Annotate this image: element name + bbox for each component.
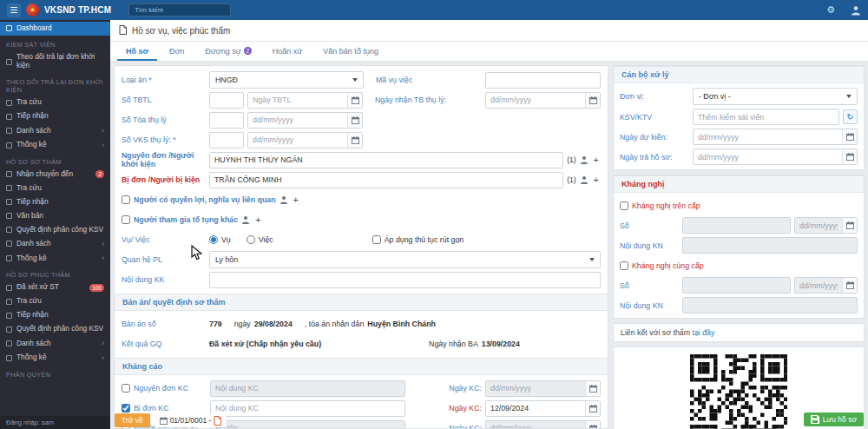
main-area: Hồ sơ vụ, việc phúc thẩm Hồ sơĐơnĐương s… (110, 20, 868, 429)
user-icon[interactable] (851, 5, 861, 16)
sidebar-item[interactable]: Tiếp nhận (0, 195, 110, 209)
rut-gon-checkbox[interactable] (372, 235, 381, 244)
person-icon[interactable] (580, 175, 589, 184)
bi-don-input[interactable] (209, 172, 563, 188)
ngay-tbtl-input[interactable] (248, 93, 347, 108)
gear-icon[interactable]: ⚙ (826, 4, 835, 16)
calendar-icon[interactable] (842, 129, 857, 144)
calendar-icon[interactable] (585, 401, 600, 416)
ngay-vks-input[interactable] (248, 133, 347, 148)
ngay-kc-input[interactable] (486, 381, 585, 396)
tab-đơn[interactable]: Đơn (161, 44, 193, 61)
cung-cap-checkbox[interactable] (620, 261, 628, 270)
add-tham-gia-button[interactable]: + (253, 214, 262, 225)
tren-cap-checkbox[interactable] (620, 201, 628, 210)
ma-vu-viec-input[interactable] (485, 72, 601, 89)
sidebar-item[interactable]: Dashboard (0, 22, 110, 36)
viec-radio[interactable] (247, 235, 255, 244)
sidebar-item[interactable]: Quyết định phân công KSV (0, 322, 110, 336)
sidebar-item[interactable]: Thống kê› (0, 351, 110, 366)
count-badge: 100 (89, 284, 104, 292)
sidebar-item[interactable]: Danh sách› (0, 336, 110, 351)
nguyen-don-kc-input[interactable] (210, 380, 405, 397)
calendar-icon[interactable] (842, 218, 857, 233)
footer-actions: Trở về 01/01/0001 - (115, 413, 226, 427)
tab-đương-sự[interactable]: Đương sự2 (196, 44, 260, 61)
lien-quan-kc-input[interactable] (210, 420, 405, 429)
sidebar-item[interactable]: Tiếp nhận (0, 109, 110, 123)
ngay-nhan-tb-input[interactable] (486, 93, 585, 108)
loai-an-select[interactable]: HNGĐ (209, 71, 364, 89)
tab-văn-bản-tố-tụng[interactable]: Văn bản tố tụng (314, 44, 387, 61)
quyen-loi-checkbox[interactable] (122, 195, 130, 204)
ngay-kn-input[interactable] (795, 218, 842, 233)
ban-an-section-title: Bản án/ quyết định sơ thẩm (115, 294, 608, 311)
sidebar-item[interactable]: Văn bản (0, 209, 110, 223)
sidebar-item[interactable]: Nhận chuyển đến2 (0, 168, 110, 182)
nguyen-don-input[interactable] (209, 152, 563, 168)
sidebar-item[interactable]: Thống kê› (0, 251, 110, 266)
back-button[interactable]: Trở về (115, 413, 150, 427)
sidebar-item-label: Văn bản (16, 212, 104, 221)
so-toa-input[interactable] (209, 112, 244, 129)
sidebar-item[interactable]: Tra cứu (0, 182, 110, 195)
calendar-icon[interactable] (842, 278, 857, 293)
tab-hồ-sơ[interactable]: Hồ sơ (117, 44, 157, 61)
noi-dung-kn-input[interactable] (682, 297, 858, 314)
calendar-icon[interactable] (347, 133, 362, 148)
calendar-icon[interactable] (347, 93, 362, 108)
noi-dung-kk-input[interactable] (209, 272, 601, 288)
so-kn-input[interactable] (682, 217, 791, 234)
sidebar-item[interactable]: Tra cứu (0, 96, 110, 109)
sidebar-item[interactable]: Danh sách› (0, 237, 110, 252)
ngay-du-kien-input[interactable] (694, 129, 842, 144)
tab-label: Đơn (169, 47, 184, 56)
calendar-icon[interactable] (347, 113, 362, 128)
ngay-toa-input[interactable] (248, 113, 347, 128)
lien-ket-link[interactable]: tại đây (692, 328, 714, 337)
refresh-icon[interactable]: ↻ (843, 109, 858, 124)
calendar-icon[interactable] (585, 93, 600, 108)
so-tbtl-input[interactable] (209, 92, 244, 109)
bi-don-kc-checkbox[interactable] (122, 404, 130, 412)
noi-dung-kn-input[interactable] (682, 237, 858, 254)
ksv-input[interactable] (693, 109, 839, 125)
don-vi-select[interactable]: - Đơn vị - (693, 88, 858, 105)
add-bi-don-button[interactable]: + (592, 175, 601, 185)
calendar-icon[interactable] (585, 421, 600, 429)
ngay-nhan-tb-date (485, 92, 601, 109)
sidebar-item[interactable]: Theo dõi trả lại đơn khởi kiện (0, 50, 110, 73)
so-kn-input[interactable] (682, 277, 791, 294)
vu-radio[interactable] (209, 235, 218, 244)
person-icon[interactable] (580, 155, 589, 164)
attachment-icon[interactable] (214, 416, 221, 426)
bi-don-kc-input[interactable] (210, 400, 405, 417)
sidebar-item[interactable]: Đã xét xử ST100 (0, 280, 110, 294)
so-vks-input[interactable] (209, 132, 244, 148)
sidebar-item[interactable]: Thống kê› (0, 138, 110, 153)
ngay-tra-input[interactable] (694, 149, 842, 164)
calendar-icon[interactable] (585, 381, 600, 396)
search-input[interactable] (128, 3, 231, 16)
count-badge: 2 (95, 170, 104, 178)
person-icon[interactable] (241, 215, 250, 224)
can-bo-title: Cán bộ xử lý (614, 66, 864, 83)
sidebar-item[interactable]: Tra cứu (0, 294, 110, 308)
save-button[interactable]: Lưu hồ sơ (804, 412, 864, 426)
ngay-kc-input[interactable] (486, 401, 585, 416)
person-icon[interactable] (279, 195, 288, 204)
ngay-nhan-ba-value: 13/09/2024 (482, 340, 520, 348)
nguyen-don-kc-checkbox[interactable] (122, 384, 130, 393)
hamburger-icon[interactable]: ☰ (7, 3, 21, 17)
ngay-kc-input[interactable] (486, 421, 585, 429)
calendar-icon[interactable] (842, 149, 857, 164)
add-quyen-loi-button[interactable]: + (292, 195, 300, 205)
add-nguyen-don-button[interactable]: + (592, 155, 601, 165)
sidebar-item[interactable]: Tiếp nhận (0, 308, 110, 322)
quan-he-pl-select[interactable]: Ly hôn (209, 251, 601, 268)
ngay-kn-input[interactable] (795, 278, 842, 293)
sidebar-item[interactable]: Quyết định phân công KSV (0, 223, 110, 237)
tab-hoãn-xử[interactable]: Hoãn xử (264, 44, 312, 61)
sidebar-item[interactable]: Danh sách› (0, 123, 110, 138)
tham-gia-checkbox[interactable] (122, 215, 130, 224)
